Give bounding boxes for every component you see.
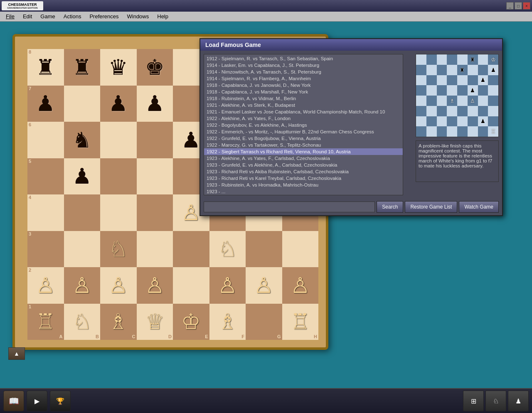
square-c3[interactable]: ♘	[100, 231, 137, 268]
square-b1[interactable]: ♘B	[64, 304, 101, 340]
game-list-item[interactable]: 1918 - Rubinstein, A. vs Vidmar, M., Ber…	[204, 95, 403, 102]
square-c2[interactable]: ♙	[100, 267, 137, 304]
minimize-button[interactable]: _	[506, 2, 514, 10]
square-d2[interactable]: ♙	[137, 267, 173, 304]
game-list-item[interactable]: 1918 - Capablanca, J. vs Janowski, D., N…	[204, 82, 403, 88]
menu-item-preferences[interactable]: Preferences	[85, 12, 123, 21]
menu-item-edit[interactable]: Edit	[19, 12, 36, 21]
game-list-item[interactable]: 1922 - Maroczy, G. vs Tartakower, S., Te…	[204, 142, 403, 148]
square-f3[interactable]: ♘	[209, 231, 246, 268]
square-f1[interactable]: ♗F	[209, 304, 246, 340]
square-h2[interactable]: ♙	[282, 267, 319, 304]
square-b3[interactable]	[64, 231, 101, 268]
game-list-item[interactable]: 1922 - Alekhine, A. vs Yates, F., London	[204, 115, 403, 122]
menu-item-actions[interactable]: Actions	[59, 12, 86, 21]
square-a6[interactable]: 6	[27, 122, 64, 158]
game-list-item[interactable]: 1922 - Siegbert Tarrasch vs Richard Reti…	[204, 148, 403, 155]
square-a7[interactable]: ♟7	[27, 86, 64, 122]
mini-square-b6	[426, 75, 437, 86]
square-c4[interactable]	[100, 194, 137, 231]
right-panel: ♜♔♜♟♟♟♗♙♟♖ A problem-like finish caps th…	[416, 54, 499, 195]
square-a1[interactable]: ♖1A	[27, 304, 64, 340]
square-a3[interactable]: 3	[27, 231, 64, 268]
game-list-item[interactable]: 1923 - Richard Reti vs Akiba Rubinstein,…	[204, 168, 403, 175]
scroll-arrow[interactable]: ▲	[8, 347, 25, 360]
game-list-item[interactable]: 1922 - Emmerich, - vs Moritz, -, Haupttu…	[204, 128, 403, 135]
game-list-item[interactable]: 1921 - Alekhine, A. vs Sterk, K., Budape…	[204, 102, 403, 108]
square-d8[interactable]: ♚	[137, 49, 173, 86]
game-list-item[interactable]: 1918 - Capablanca, J. vs Marshall, F., N…	[204, 88, 403, 95]
square-b2[interactable]: ♙	[64, 267, 101, 304]
knight-button[interactable]: ♘	[485, 391, 506, 411]
book-button[interactable]: 📖	[3, 391, 24, 411]
menu-item-game[interactable]: Game	[36, 12, 59, 21]
square-c7[interactable]: ♟	[100, 86, 137, 122]
square-b4[interactable]	[64, 194, 101, 231]
square-f2[interactable]: ♙	[209, 267, 246, 304]
square-a5[interactable]: 5	[27, 158, 64, 195]
game-list-item[interactable]: 1923 - Rubinstein, A. vs Hromadka, Mahri…	[204, 182, 403, 188]
square-b5[interactable]: ♟	[64, 158, 101, 195]
game-list-item[interactable]: 1923 - ...	[204, 188, 403, 195]
restore-game-list-button[interactable]: Restore Game List	[405, 201, 457, 213]
menu-item-windows[interactable]: Windows	[123, 12, 153, 21]
square-d3[interactable]	[137, 231, 173, 268]
pawn-button[interactable]: ♟	[508, 391, 529, 411]
mini-square-a3	[416, 106, 426, 116]
square-d4[interactable]	[137, 194, 173, 231]
game-list-item[interactable]: 1923 - Richard Reti vs Karel Treybal, Ca…	[204, 175, 403, 182]
play-button[interactable]: ▶	[27, 391, 47, 411]
close-button[interactable]: ×	[523, 2, 530, 10]
square-c5[interactable]	[100, 158, 137, 195]
square-b7[interactable]	[64, 86, 101, 122]
search-input[interactable]	[204, 202, 375, 212]
watch-game-button[interactable]: Watch Game	[459, 201, 499, 213]
square-c6[interactable]	[100, 122, 137, 158]
square-b6[interactable]: ♞	[64, 122, 101, 158]
square-e1[interactable]: ♔E	[173, 304, 209, 340]
file-label-a: A	[59, 334, 63, 339]
game-list-item[interactable]: 1912 - Spielmann, R. vs Tarrasch, S., Sa…	[204, 55, 403, 62]
maximize-button[interactable]: □	[515, 2, 522, 10]
game-list-item[interactable]: 1914 - Lasker, Em. vs Capablanca, J., St…	[204, 62, 403, 69]
square-b8[interactable]: ♜	[64, 49, 101, 86]
square-g3[interactable]	[246, 231, 282, 268]
square-d1[interactable]: ♕D	[137, 304, 173, 340]
mini-square-a6	[416, 75, 426, 86]
square-a4[interactable]: 4	[27, 194, 64, 231]
game-list-item[interactable]: 1914 - Spielmann, R. vs Flamberg, A., Ma…	[204, 75, 403, 82]
piece-c3: ♘	[108, 238, 128, 260]
piece-c7: ♟	[108, 93, 128, 114]
square-c8[interactable]: ♛	[100, 49, 137, 86]
square-h1[interactable]: ♖H	[282, 304, 319, 340]
square-c1[interactable]: ♗C	[100, 304, 137, 340]
square-a2[interactable]: ♙2	[27, 267, 64, 304]
menu-item-help[interactable]: Help	[153, 12, 172, 21]
trophy-button[interactable]: 🏆	[50, 391, 71, 411]
game-list-item[interactable]: 1923 - Grunfeld, E. vs Alekhine, A., Car…	[204, 162, 403, 168]
square-d5[interactable]	[137, 158, 173, 195]
dialog-body: 1912 - Ossip Bernstein vs Akiba Rubinste…	[200, 51, 502, 199]
titlebar-controls[interactable]: _ □ ×	[506, 2, 530, 10]
game-list-item[interactable]: 1914 - Nimzowitsch, A. vs Tarrasch, S., …	[204, 69, 403, 75]
menubar: FileEditGameActionsPreferencesWindowsHel…	[0, 12, 532, 22]
game-list-item[interactable]: 1921 - Emanuel Lasker vs Jose Capablanca…	[204, 108, 403, 115]
square-a8[interactable]: ♜8	[27, 49, 64, 86]
square-g2[interactable]: ♙	[246, 267, 282, 304]
game-list[interactable]: 1912 - Ossip Bernstein vs Akiba Rubinste…	[204, 54, 403, 195]
mini-piece: ♟	[480, 77, 485, 83]
square-e2[interactable]	[173, 267, 209, 304]
grid-button[interactable]: ⊞	[463, 391, 484, 411]
game-list-item[interactable]: 1922 - Bogolyubov, E. vs Alekhine, A., H…	[204, 122, 403, 128]
file-label-b: B	[96, 334, 99, 339]
square-d7[interactable]: ♟	[137, 86, 173, 122]
square-e3[interactable]	[173, 231, 209, 268]
square-d6[interactable]	[137, 122, 173, 158]
square-h3[interactable]	[282, 231, 319, 268]
square-g1[interactable]: G	[246, 304, 282, 340]
game-list-item[interactable]: 1922 - Grunfeld, E. vs Bogoljubow, E., V…	[204, 135, 403, 142]
game-list-item[interactable]: 1923 - Alekhine, A. vs Yates, F., Carlsb…	[204, 155, 403, 162]
search-button[interactable]: Search	[377, 201, 403, 213]
bottom-toolbar: 📖 ▶ 🏆 ⊞ ♘ ♟	[0, 388, 532, 413]
menu-item-file[interactable]: File	[2, 12, 19, 21]
